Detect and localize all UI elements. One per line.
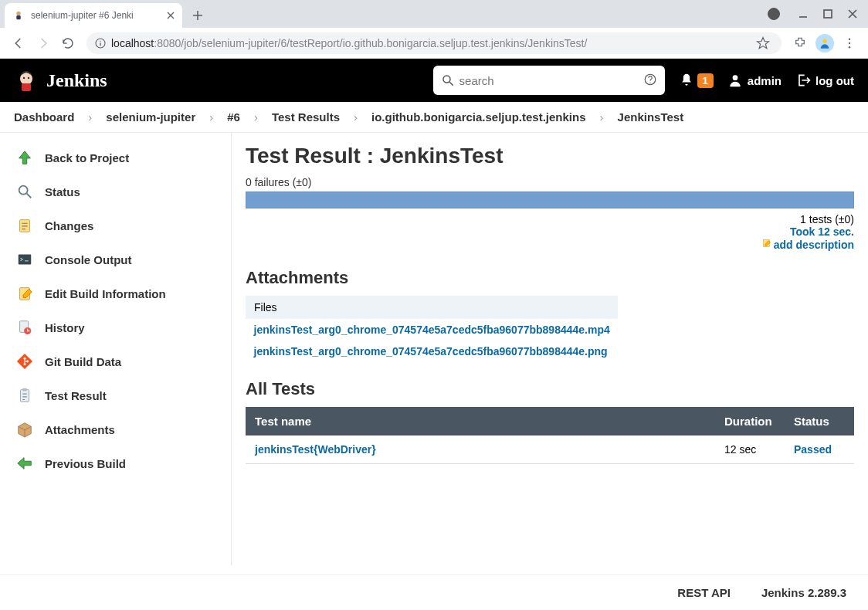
took-text: Took 12 sec.: [246, 225, 854, 238]
attachment-link[interactable]: jenkinsTest_arg0_chrome_074574e5a7cedc5f…: [254, 345, 608, 358]
breadcrumb: Dashboard› selenium-jupiter› #6› Test Re…: [0, 102, 868, 133]
svg-rect-28: [22, 388, 27, 391]
breadcrumb-item[interactable]: Test Results: [272, 110, 340, 124]
nav-back-button[interactable]: [8, 32, 29, 54]
svg-rect-20: [19, 255, 32, 265]
breadcrumb-item[interactable]: #6: [227, 110, 240, 124]
search-input[interactable]: [459, 74, 643, 87]
package-icon: [15, 420, 34, 439]
notification-badge: 1: [697, 73, 714, 88]
chevron-right-icon: ›: [254, 110, 258, 124]
all-tests-heading: All Tests: [246, 379, 854, 399]
sidebar-item-history[interactable]: History: [0, 310, 231, 344]
new-tab-button[interactable]: [187, 5, 209, 26]
svg-point-12: [23, 77, 25, 79]
history-icon: [15, 318, 34, 337]
window-close-button[interactable]: [843, 5, 862, 23]
chevron-right-icon: ›: [354, 110, 358, 124]
sidebar-item-changes[interactable]: Changes: [0, 208, 231, 242]
breadcrumb-item[interactable]: selenium-jupiter: [106, 110, 195, 124]
attachments-col-header: Files: [246, 297, 618, 319]
table-row: jenkinsTest_arg0_chrome_074574e5a7cedc5f…: [246, 341, 618, 362]
attachments-table: Files jenkinsTest_arg0_chrome_074574e5a7…: [246, 296, 618, 362]
address-bar[interactable]: localhost:8080/job/selenium-jupiter/6/te…: [86, 32, 782, 54]
sidebar-item-label: Attachments: [45, 423, 115, 436]
failures-text: 0 failures (±0): [246, 176, 854, 188]
svg-rect-1: [16, 15, 20, 19]
up-arrow-icon: [15, 148, 34, 167]
sidebar-item-back-to-project[interactable]: Back to Project: [0, 141, 231, 175]
sidebar-item-attachments[interactable]: Attachments: [0, 412, 231, 446]
sidebar-item-test-result[interactable]: Test Result: [0, 378, 231, 412]
search-box[interactable]: [433, 66, 665, 95]
svg-point-4: [100, 40, 100, 41]
svg-point-13: [28, 77, 29, 79]
incognito-indicator-icon: [765, 5, 783, 23]
search-help-icon[interactable]: [643, 73, 657, 89]
svg-rect-11: [22, 83, 31, 91]
col-test-name[interactable]: Test name: [246, 407, 715, 435]
window-maximize-button[interactable]: [819, 5, 837, 23]
url-text: localhost:8080/job/selenium-jupiter/6/te…: [111, 37, 587, 49]
sidebar-item-label: Console Output: [45, 253, 132, 266]
breadcrumb-item[interactable]: Dashboard: [14, 110, 74, 124]
svg-point-6: [822, 39, 826, 42]
attachment-link[interactable]: jenkinsTest_arg0_chrome_074574e5a7cedc5f…: [254, 324, 610, 336]
user-icon: [727, 73, 743, 88]
chevron-right-icon: ›: [600, 110, 604, 124]
logout-icon: [795, 73, 811, 88]
nav-forward-button[interactable]: [32, 32, 54, 54]
tab-close-icon[interactable]: [167, 9, 175, 22]
sidebar-item-label: Test Result: [45, 389, 107, 402]
sidebar: Back to Project Status Changes Console O…: [0, 133, 232, 565]
notifications-button[interactable]: 1: [679, 73, 714, 88]
sidebar-item-console-output[interactable]: Console Output: [0, 242, 231, 276]
tests-count-text: 1 tests (±0): [246, 213, 854, 225]
breadcrumb-item[interactable]: io.github.bonigarcia.seljup.test.jenkins: [371, 110, 586, 124]
sidebar-item-status[interactable]: Status: [0, 175, 231, 208]
svg-rect-5: [100, 42, 100, 46]
window-minimize-button[interactable]: [794, 5, 812, 23]
svg-point-0: [16, 12, 20, 15]
site-info-icon[interactable]: [94, 37, 107, 49]
rest-api-link[interactable]: REST API: [677, 586, 731, 599]
sidebar-item-label: Git Build Data: [45, 355, 121, 368]
sidebar-item-label: Changes: [45, 219, 93, 232]
svg-rect-2: [824, 10, 832, 18]
user-label: admin: [748, 74, 782, 87]
attachments-heading: Attachments: [246, 268, 854, 288]
pencil-icon: [761, 238, 772, 251]
logout-button[interactable]: log out: [795, 73, 854, 88]
test-status-link[interactable]: Passed: [794, 443, 832, 456]
profile-avatar[interactable]: [814, 32, 836, 54]
test-duration: 12 sec: [715, 435, 785, 464]
col-status[interactable]: Status: [785, 407, 854, 435]
col-duration[interactable]: Duration: [715, 407, 785, 435]
jenkins-logo-icon: [14, 68, 39, 93]
svg-point-17: [732, 75, 737, 80]
tab-title: selenium-jupiter #6 Jenki: [31, 10, 161, 21]
terminal-icon: [15, 250, 34, 269]
logout-label: log out: [815, 74, 854, 87]
browser-tab[interactable]: selenium-jupiter #6 Jenki: [5, 3, 182, 28]
sidebar-item-edit-build-information[interactable]: Edit Build Information: [0, 276, 231, 310]
notepad-icon: [15, 216, 34, 235]
add-description-link[interactable]: add description: [761, 238, 854, 251]
sidebar-item-git-build-data[interactable]: Git Build Data: [0, 344, 231, 378]
sidebar-item-label: Edit Build Information: [45, 287, 166, 300]
table-row: jenkinsTest{WebDriver} 12 sec Passed: [246, 435, 854, 464]
nav-reload-button[interactable]: [57, 32, 79, 54]
user-menu[interactable]: admin: [727, 73, 782, 88]
svg-point-8: [849, 42, 850, 43]
test-name-link[interactable]: jenkinsTest{WebDriver}: [255, 443, 376, 456]
breadcrumb-item[interactable]: JenkinsTest: [618, 110, 684, 124]
edit-notepad-icon: [15, 284, 34, 303]
add-description-label: add description: [774, 239, 854, 251]
sidebar-item-label: Back to Project: [45, 151, 129, 164]
jenkins-logo[interactable]: Jenkins: [14, 68, 107, 93]
svg-point-10: [20, 73, 32, 85]
sidebar-item-previous-build[interactable]: Previous Build: [0, 446, 231, 480]
extensions-icon[interactable]: [789, 32, 811, 54]
bookmark-icon[interactable]: [752, 32, 774, 54]
browser-menu-icon[interactable]: [839, 32, 860, 54]
